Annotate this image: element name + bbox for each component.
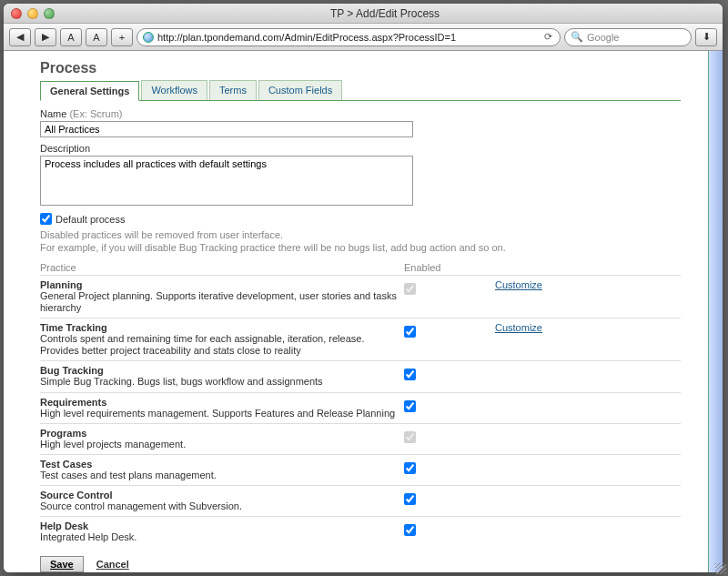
close-icon[interactable] [11, 8, 22, 19]
button-row: Save Cancel [40, 556, 681, 572]
search-icon: 🔍 [571, 31, 583, 43]
add-button[interactable]: + [111, 28, 133, 46]
practice-row: Help DeskIntegrated Help Desk. [40, 516, 681, 547]
tab-bar: General Settings Workflows Terms Custom … [40, 80, 681, 101]
enabled-checkbox[interactable] [404, 524, 416, 536]
practice-row: Bug TrackingSimple Bug Tracking. Bugs li… [40, 360, 681, 391]
practice-row: Time TrackingControls spent and remainin… [40, 318, 681, 360]
enabled-checkbox[interactable] [404, 326, 416, 338]
cancel-button[interactable]: Cancel [96, 559, 129, 570]
form-section: Name (Ex: Scrum) Description Default pro… [40, 101, 681, 572]
browser-window: TP > Add/Edit Process ◀ ▶ A A + http://p… [4, 4, 723, 572]
traffic-lights [11, 8, 55, 19]
page-title: Process [40, 60, 681, 76]
enabled-checkbox[interactable] [404, 369, 416, 380]
resize-handle[interactable] [715, 563, 723, 572]
practice-name: Time Tracking [40, 322, 404, 333]
practice-name: Requirements [40, 397, 404, 408]
customize-link[interactable]: Customize [495, 322, 542, 333]
window-title: TP > Add/Edit Process [55, 7, 715, 20]
enabled-checkbox[interactable] [404, 462, 416, 474]
practice-desc: General Project planning. Supports itera… [40, 290, 404, 314]
practice-row: ProgramsHigh level projects management. [40, 423, 681, 454]
customize-link[interactable]: Customize [495, 279, 542, 290]
practice-name: Planning [40, 279, 404, 290]
name-label: Name (Ex: Scrum) [40, 108, 681, 119]
search-bar[interactable]: 🔍 Google [564, 28, 692, 46]
practice-desc: Simple Bug Tracking. Bugs list, bugs wor… [40, 376, 404, 388]
default-process-checkbox[interactable] [40, 213, 52, 225]
reload-icon[interactable]: ⟳ [541, 31, 554, 43]
enabled-checkbox [404, 431, 416, 443]
page-body: Process General Settings Workflows Terms… [4, 51, 708, 572]
enabled-checkbox[interactable] [404, 493, 416, 505]
content-area: Process General Settings Workflows Terms… [4, 51, 723, 572]
practice-name: Programs [40, 428, 404, 439]
tab-workflows[interactable]: Workflows [141, 80, 207, 100]
practice-desc: High level projects management. [40, 439, 404, 450]
practice-row: Test CasesTest cases and test plans mana… [40, 454, 681, 485]
globe-icon [143, 32, 154, 43]
text-size-a-button[interactable]: A [60, 28, 82, 46]
practice-desc: Integrated Help Desk. [40, 531, 404, 543]
col-enabled-header: Enabled [404, 262, 495, 273]
practice-desc: Source control management with Subversio… [40, 500, 404, 512]
save-button[interactable]: Save [40, 556, 84, 572]
download-button[interactable]: ⬇ [695, 28, 717, 46]
name-hint: (Ex: Scrum) [66, 108, 122, 119]
default-process-row: Default process [40, 213, 681, 225]
titlebar: TP > Add/Edit Process [4, 4, 723, 24]
col-practice-header: Practice [40, 262, 404, 273]
practice-row: PlanningGeneral Project planning. Suppor… [40, 275, 681, 318]
enabled-checkbox [404, 283, 416, 295]
search-placeholder: Google [587, 32, 619, 43]
practice-row: Source ControlSource control management … [40, 485, 681, 516]
practice-name: Help Desk [40, 520, 404, 531]
url-text: http://plan.tpondemand.com/Admin/EditPro… [157, 32, 538, 43]
practice-name: Test Cases [40, 459, 404, 470]
practice-desc: Test cases and test plans management. [40, 470, 404, 481]
tab-general-settings[interactable]: General Settings [40, 81, 139, 101]
text-size-a2-button[interactable]: A [86, 28, 107, 46]
grid-header: Practice Enabled [40, 260, 681, 275]
practice-desc: High level requirements management. Supp… [40, 408, 404, 419]
practice-name: Bug Tracking [40, 365, 404, 376]
name-label-text: Name [40, 108, 66, 119]
zoom-icon[interactable] [44, 8, 55, 19]
practice-row: RequirementsHigh level requirements mana… [40, 392, 681, 423]
enabled-checkbox[interactable] [404, 400, 416, 412]
forward-button[interactable]: ▶ [35, 28, 56, 46]
description-input[interactable] [40, 156, 413, 206]
default-process-label: Default process [56, 214, 125, 225]
vertical-scrollbar[interactable] [708, 51, 723, 572]
practice-list: PlanningGeneral Project planning. Suppor… [40, 275, 681, 548]
minimize-icon[interactable] [27, 8, 38, 19]
disabled-note: Disabled practices will be removed from … [40, 228, 681, 255]
tab-terms[interactable]: Terms [209, 80, 257, 100]
browser-toolbar: ◀ ▶ A A + http://plan.tpondemand.com/Adm… [4, 24, 723, 51]
tab-custom-fields[interactable]: Custom Fields [258, 80, 342, 100]
description-label: Description [40, 143, 681, 154]
practice-desc: Controls spent and remaining time for ea… [40, 333, 404, 357]
back-button[interactable]: ◀ [9, 28, 31, 46]
practice-name: Source Control [40, 490, 404, 500]
name-input[interactable] [40, 121, 413, 137]
url-bar[interactable]: http://plan.tpondemand.com/Admin/EditPro… [136, 28, 561, 46]
